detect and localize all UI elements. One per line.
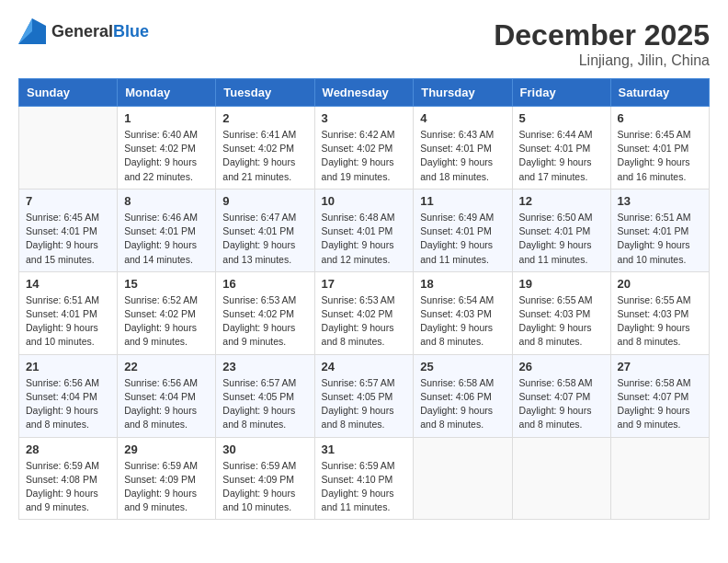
day-info: Sunrise: 6:59 AMSunset: 4:10 PMDaylight:… (322, 459, 407, 515)
calendar-cell: 6Sunrise: 6:45 AMSunset: 4:01 PMDaylight… (610, 107, 709, 190)
calendar-cell: 30Sunrise: 6:59 AMSunset: 4:09 PMDayligh… (216, 437, 314, 520)
day-number: 28 (26, 442, 110, 456)
day-info: Sunrise: 6:52 AMSunset: 4:02 PMDaylight:… (124, 293, 209, 350)
day-info: Sunrise: 6:57 AMSunset: 4:05 PMDaylight:… (322, 376, 407, 432)
calendar-cell (512, 437, 610, 520)
day-number: 21 (26, 360, 110, 373)
calendar-cell: 17Sunrise: 6:53 AMSunset: 4:02 PMDayligh… (314, 271, 414, 354)
day-number: 19 (519, 277, 604, 291)
calendar-cell: 25Sunrise: 6:58 AMSunset: 4:06 PMDayligh… (414, 354, 512, 437)
day-number: 8 (124, 194, 209, 208)
day-number: 11 (420, 194, 505, 208)
weekday-header: Saturday (610, 79, 709, 107)
day-number: 6 (618, 111, 702, 125)
day-number: 4 (420, 111, 505, 125)
day-info: Sunrise: 6:58 AMSunset: 4:07 PMDaylight:… (519, 376, 604, 432)
day-number: 14 (26, 277, 110, 291)
day-number: 10 (322, 194, 407, 208)
calendar-cell: 2Sunrise: 6:41 AMSunset: 4:02 PMDaylight… (216, 107, 314, 190)
day-number: 15 (124, 277, 209, 291)
weekday-header: Monday (118, 79, 216, 107)
calendar-cell: 9Sunrise: 6:47 AMSunset: 4:01 PMDaylight… (216, 189, 314, 271)
day-info: Sunrise: 6:56 AMSunset: 4:04 PMDaylight:… (26, 376, 110, 432)
day-info: Sunrise: 6:46 AMSunset: 4:01 PMDaylight:… (124, 211, 209, 267)
calendar-cell: 1Sunrise: 6:40 AMSunset: 4:02 PMDaylight… (118, 107, 216, 190)
weekday-header: Wednesday (314, 79, 414, 107)
logo-general: GeneralBlue (51, 22, 149, 41)
calendar-cell: 22Sunrise: 6:56 AMSunset: 4:04 PMDayligh… (118, 354, 216, 437)
day-info: Sunrise: 6:59 AMSunset: 4:08 PMDaylight:… (26, 459, 110, 515)
day-info: Sunrise: 6:43 AMSunset: 4:01 PMDaylight:… (420, 128, 505, 184)
day-number: 26 (519, 360, 604, 373)
day-number: 5 (519, 111, 604, 125)
calendar-cell: 23Sunrise: 6:57 AMSunset: 4:05 PMDayligh… (216, 354, 314, 437)
day-number: 13 (618, 194, 702, 208)
day-info: Sunrise: 6:49 AMSunset: 4:01 PMDaylight:… (420, 211, 505, 267)
day-info: Sunrise: 6:45 AMSunset: 4:01 PMDaylight:… (618, 128, 702, 184)
day-info: Sunrise: 6:53 AMSunset: 4:02 PMDaylight:… (222, 293, 307, 350)
calendar-cell: 20Sunrise: 6:55 AMSunset: 4:03 PMDayligh… (610, 271, 709, 354)
calendar-week-row: 14Sunrise: 6:51 AMSunset: 4:01 PMDayligh… (19, 271, 710, 354)
weekday-header: Sunday (19, 79, 118, 107)
day-info: Sunrise: 6:51 AMSunset: 4:01 PMDaylight:… (618, 211, 702, 267)
calendar-cell: 29Sunrise: 6:59 AMSunset: 4:09 PMDayligh… (118, 437, 216, 520)
day-number: 22 (124, 360, 209, 373)
day-number: 2 (222, 111, 307, 125)
calendar-cell: 4Sunrise: 6:43 AMSunset: 4:01 PMDaylight… (414, 107, 512, 190)
day-number: 20 (618, 277, 702, 291)
calendar-week-row: 1Sunrise: 6:40 AMSunset: 4:02 PMDaylight… (19, 107, 710, 190)
weekday-header-row: SundayMondayTuesdayWednesdayThursdayFrid… (19, 79, 710, 107)
calendar-cell: 18Sunrise: 6:54 AMSunset: 4:03 PMDayligh… (414, 271, 512, 354)
weekday-header: Thursday (414, 79, 512, 107)
calendar-cell (19, 107, 118, 190)
day-number: 7 (26, 194, 110, 208)
page-header: GeneralBlue December 2025 Linjiang, Jili… (18, 18, 710, 69)
day-info: Sunrise: 6:56 AMSunset: 4:04 PMDaylight:… (124, 376, 209, 432)
calendar-cell: 12Sunrise: 6:50 AMSunset: 4:01 PMDayligh… (512, 189, 610, 271)
day-info: Sunrise: 6:47 AMSunset: 4:01 PMDaylight:… (222, 211, 307, 267)
calendar-cell: 16Sunrise: 6:53 AMSunset: 4:02 PMDayligh… (216, 271, 314, 354)
day-info: Sunrise: 6:59 AMSunset: 4:09 PMDaylight:… (222, 459, 307, 515)
day-number: 23 (222, 360, 307, 373)
calendar-cell (610, 437, 709, 520)
day-info: Sunrise: 6:55 AMSunset: 4:03 PMDaylight:… (519, 293, 604, 350)
day-info: Sunrise: 6:40 AMSunset: 4:02 PMDaylight:… (124, 128, 209, 184)
day-info: Sunrise: 6:50 AMSunset: 4:01 PMDaylight:… (519, 211, 604, 267)
day-info: Sunrise: 6:44 AMSunset: 4:01 PMDaylight:… (519, 128, 604, 184)
logo: GeneralBlue (18, 18, 149, 44)
weekday-header: Friday (512, 79, 610, 107)
day-number: 17 (322, 277, 407, 291)
day-info: Sunrise: 6:58 AMSunset: 4:07 PMDaylight:… (618, 376, 702, 432)
day-info: Sunrise: 6:41 AMSunset: 4:02 PMDaylight:… (222, 128, 307, 184)
calendar-cell: 14Sunrise: 6:51 AMSunset: 4:01 PMDayligh… (19, 271, 118, 354)
day-number: 16 (222, 277, 307, 291)
calendar-cell: 24Sunrise: 6:57 AMSunset: 4:05 PMDayligh… (314, 354, 414, 437)
logo-icon (18, 18, 46, 44)
calendar-cell: 5Sunrise: 6:44 AMSunset: 4:01 PMDaylight… (512, 107, 610, 190)
calendar-table: SundayMondayTuesdayWednesdayThursdayFrid… (18, 78, 710, 520)
calendar-cell (414, 437, 512, 520)
calendar-cell: 13Sunrise: 6:51 AMSunset: 4:01 PMDayligh… (610, 189, 709, 271)
day-info: Sunrise: 6:55 AMSunset: 4:03 PMDaylight:… (618, 293, 702, 350)
calendar-cell: 27Sunrise: 6:58 AMSunset: 4:07 PMDayligh… (610, 354, 709, 437)
day-number: 27 (618, 360, 702, 373)
day-number: 25 (420, 360, 505, 373)
calendar-cell: 31Sunrise: 6:59 AMSunset: 4:10 PMDayligh… (314, 437, 414, 520)
calendar-cell: 3Sunrise: 6:42 AMSunset: 4:02 PMDaylight… (314, 107, 414, 190)
calendar-cell: 21Sunrise: 6:56 AMSunset: 4:04 PMDayligh… (19, 354, 118, 437)
day-info: Sunrise: 6:59 AMSunset: 4:09 PMDaylight:… (124, 459, 209, 515)
day-number: 18 (420, 277, 505, 291)
calendar-cell: 11Sunrise: 6:49 AMSunset: 4:01 PMDayligh… (414, 189, 512, 271)
calendar-week-row: 21Sunrise: 6:56 AMSunset: 4:04 PMDayligh… (19, 354, 710, 437)
day-number: 9 (222, 194, 307, 208)
day-info: Sunrise: 6:54 AMSunset: 4:03 PMDaylight:… (420, 293, 505, 350)
day-info: Sunrise: 6:48 AMSunset: 4:01 PMDaylight:… (322, 211, 407, 267)
calendar-cell: 10Sunrise: 6:48 AMSunset: 4:01 PMDayligh… (314, 189, 414, 271)
day-number: 1 (124, 111, 209, 125)
day-info: Sunrise: 6:51 AMSunset: 4:01 PMDaylight:… (26, 293, 110, 350)
day-number: 29 (124, 442, 209, 456)
location-title: Linjiang, Jilin, China (494, 52, 710, 69)
day-info: Sunrise: 6:58 AMSunset: 4:06 PMDaylight:… (420, 376, 505, 432)
calendar-cell: 15Sunrise: 6:52 AMSunset: 4:02 PMDayligh… (118, 271, 216, 354)
title-block: December 2025 Linjiang, Jilin, China (494, 18, 710, 69)
